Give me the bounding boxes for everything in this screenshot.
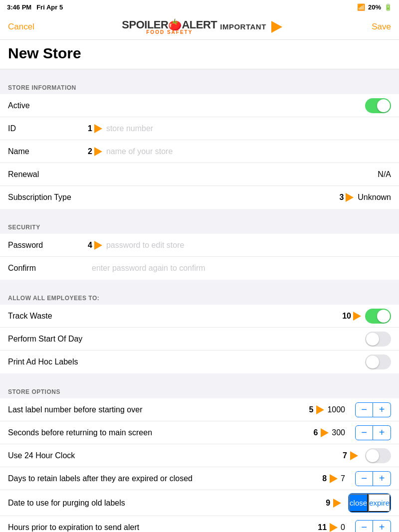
print-adhoc-toggle-track: [365, 355, 391, 369]
active-toggle[interactable]: [365, 98, 391, 113]
password-badge-num: 4: [88, 241, 92, 250]
hours-alert-stepper: − +: [355, 520, 391, 532]
last-label-arrow-icon: [316, 405, 324, 414]
battery-display: 20%: [368, 3, 381, 11]
purge-date-badge-num: 9: [326, 499, 330, 508]
purge-date-arrow-icon: [333, 499, 341, 508]
subscription-badge-num: 3: [339, 193, 344, 202]
days-retain-badge-num: 8: [322, 474, 327, 483]
password-label: Password: [8, 241, 88, 250]
status-bar: 3:46 PM Fri Apr 5 📶 20% 🔋: [0, 0, 399, 14]
subscription-badge-container: 3: [339, 193, 354, 202]
print-adhoc-row: Print Ad Hoc Labels: [0, 351, 399, 373]
track-waste-toggle[interactable]: [365, 309, 391, 324]
use-24-toggle[interactable]: [365, 448, 391, 463]
purge-date-row: Date to use for purging old labels 9 clo…: [0, 490, 399, 516]
days-retain-stepper: − +: [355, 471, 391, 486]
employees-header: ALLOW ALL EMPLOYEES TO:: [0, 288, 399, 305]
name-badge-container: 2: [88, 147, 102, 156]
active-label: Active: [8, 101, 88, 110]
track-waste-toggle-thumb: [377, 310, 390, 323]
seconds-right: 6 300 − +: [313, 425, 391, 440]
time-display: 3:46 PM: [7, 3, 31, 11]
store-options-group: Last label number before starting over 5…: [0, 398, 399, 532]
store-options-header: STORE OPTIONS: [0, 381, 399, 398]
divider-3: [0, 280, 399, 288]
days-retain-right: 8 7 − +: [322, 471, 391, 486]
subscription-arrow-icon: [346, 193, 354, 202]
important-arrow-icon: [271, 21, 282, 33]
track-waste-badge-num: 10: [342, 312, 351, 321]
seconds-label: Seconds before returning to main screen: [8, 428, 313, 437]
use-24-arrow-icon: [350, 451, 358, 460]
seconds-stepper: − +: [355, 425, 391, 440]
use-24-row: Use 24 Hour Clock 7: [0, 444, 399, 467]
save-button[interactable]: Save: [372, 22, 391, 32]
id-input[interactable]: [106, 124, 391, 133]
purge-date-label: Date to use for purging old labels: [8, 499, 125, 508]
name-label: Name: [8, 147, 88, 156]
store-info-group: Active ID 1 Name 2 Renewal N/A Subscript…: [0, 94, 399, 209]
employees-group: Track Waste 10 Perform Start Of Day Prin…: [0, 305, 399, 373]
track-waste-toggle-track: [365, 309, 391, 324]
id-badge-num: 1: [88, 124, 92, 133]
important-label: IMPORTANT: [220, 22, 266, 31]
track-waste-row: Track Waste 10: [0, 305, 399, 328]
cancel-button[interactable]: Cancel: [8, 22, 34, 32]
hours-alert-increment[interactable]: +: [373, 520, 391, 532]
last-label-badge-num: 5: [309, 405, 314, 414]
use-24-badge-num: 7: [343, 451, 347, 460]
perform-sod-toggle-track: [365, 332, 391, 347]
name-input[interactable]: [106, 147, 391, 156]
perform-sod-row: Perform Start Of Day: [0, 328, 399, 351]
security-group: Password 4 Confirm: [0, 234, 399, 280]
seconds-value: 300: [332, 428, 345, 437]
seconds-arrow-icon: [321, 428, 329, 437]
purge-expire-btn[interactable]: expire: [368, 494, 391, 512]
seconds-badge-num: 6: [313, 428, 318, 437]
track-waste-arrow-icon: [353, 312, 361, 321]
date-display: Fri Apr 5: [36, 3, 63, 11]
id-badge-container: 1: [88, 124, 102, 133]
hours-alert-value: 0: [341, 523, 345, 532]
last-label-increment[interactable]: +: [373, 402, 391, 417]
perform-sod-toggle[interactable]: [365, 332, 391, 347]
password-input[interactable]: [106, 241, 391, 250]
confirm-row: Confirm: [0, 257, 399, 280]
track-waste-label: Track Waste: [8, 312, 88, 321]
header-logo: SPOILER 🍅 ALERT FOOD SAFETY IMPORTANT: [122, 18, 284, 35]
active-toggle-track: [365, 98, 391, 113]
divider-4: [0, 373, 399, 381]
name-badge-num: 2: [88, 147, 92, 156]
purge-segment-control: close expire: [348, 493, 391, 513]
renewal-value: N/A: [378, 170, 391, 179]
status-right: 📶 20% 🔋: [357, 3, 392, 11]
subscription-label: Subscription Type: [8, 193, 88, 202]
renewal-label: Renewal: [8, 170, 88, 179]
hours-alert-decrement[interactable]: −: [355, 520, 373, 532]
battery-icon: 🔋: [384, 3, 392, 11]
confirm-input[interactable]: [92, 264, 391, 273]
days-retain-row: Days to retain labels after they are exp…: [0, 467, 399, 490]
seconds-decrement[interactable]: −: [355, 425, 373, 440]
page-title: New Store: [8, 45, 391, 62]
print-adhoc-toggle[interactable]: [365, 355, 391, 369]
subscription-row: Subscription Type 3 Unknown: [0, 186, 399, 209]
id-row: ID 1: [0, 117, 399, 140]
logo-container: SPOILER 🍅 ALERT FOOD SAFETY: [122, 18, 217, 35]
use-24-label: Use 24 Hour Clock: [8, 451, 343, 460]
id-label: ID: [8, 124, 88, 133]
days-retain-decrement[interactable]: −: [355, 471, 373, 486]
password-arrow-icon: [94, 241, 102, 250]
days-retain-increment[interactable]: +: [373, 471, 391, 486]
hours-alert-right: 11 0 − +: [318, 520, 391, 532]
store-info-header: STORE INFORMATION: [0, 77, 399, 94]
days-retain-arrow-icon: [330, 474, 338, 483]
renewal-row: Renewal N/A: [0, 163, 399, 186]
hours-alert-arrow-icon: [330, 523, 338, 532]
seconds-increment[interactable]: +: [373, 425, 391, 440]
name-row: Name 2: [0, 140, 399, 163]
purge-close-btn[interactable]: close: [349, 494, 368, 512]
last-label-decrement[interactable]: −: [355, 402, 373, 417]
perform-sod-toggle-thumb: [366, 333, 379, 346]
